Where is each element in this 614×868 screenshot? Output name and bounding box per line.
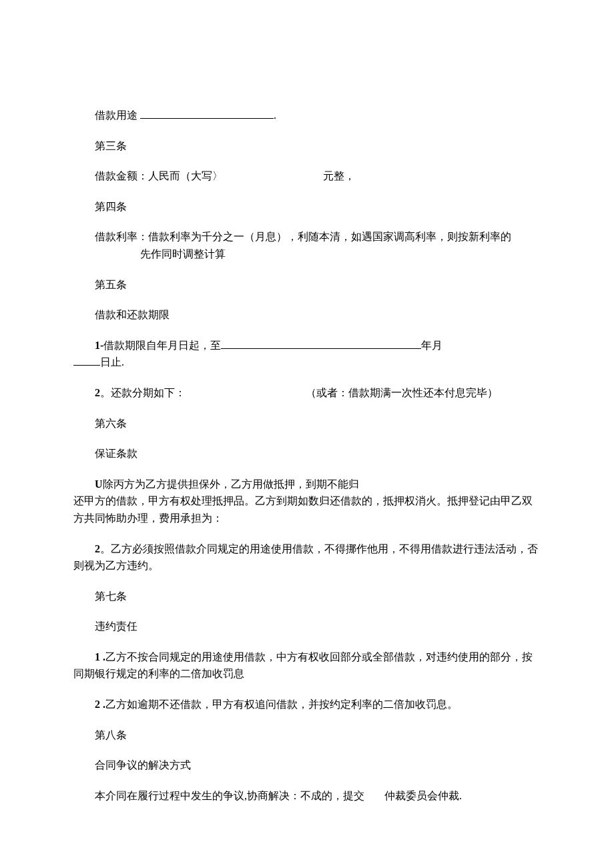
breach-1-marker: 1 . [95, 651, 105, 663]
repay-part2: 。还款分期如下： [100, 387, 186, 398]
blank-day [73, 355, 100, 366]
article-8-text: 第八条 [95, 729, 127, 741]
repay-installment-line: 2。还款分期如下：（或者：借款期满一次性还本付息完毕） [73, 384, 541, 402]
breach-liability-label: 违约责任 [73, 618, 541, 635]
interest-rate-line2: 先作同时调整计算 [140, 248, 226, 260]
breach-2-text: 乙方如逾期不还借款，甲方有权追问借款，并按约定利率的二倍加收罚息。 [105, 699, 458, 710]
article-7-heading: 第七条 [73, 588, 541, 605]
loan-repay-term-label: 借款和还款期限 [73, 306, 541, 324]
article-4-text: 第四条 [95, 201, 127, 212]
article-4-heading: 第四条 [73, 198, 541, 215]
breach-1-text: 乙方不按合同规定的用途使用借款，中方有权收回部分或全部借款，对违约使用的部分，按… [73, 651, 533, 680]
loan-amount-part2: 元整， [323, 170, 355, 181]
breach-item-1: 1 .乙方不按合同规定的用途使用借款，中方有权收回部分或全部借款，对违约使用的部… [73, 648, 541, 683]
repay-part3: （或者：借款期满一次性还本付息完毕） [306, 387, 498, 398]
usage-restriction-text: 。乙方必须按照借款介同规定的用途使用借款，不得挪作他用，不得用借款进行违法活动，… [73, 543, 538, 572]
blank-date [221, 338, 421, 349]
article-8-heading: 第八条 [73, 727, 541, 744]
guarantee-clause-text: 保证条款 [95, 448, 137, 459]
article-6-text: 第六条 [95, 418, 127, 429]
guarantee-part2: 除丙方为乙方提供担保外，乙方用做抵押，到期不能归 [103, 478, 359, 490]
usage-restriction-para: 2。乙方必须按照借款介同规定的用途使用借款，不得挪作他用，不得用借款进行违法活动… [73, 540, 541, 574]
article-5-text: 第五条 [95, 279, 127, 290]
loan-term-part3: 年月 [421, 340, 442, 351]
guarantee-detail-para: U除丙方为乙方提供担保外，乙方用做抵押，到期不能归还甲方的借款，甲方有权处理抵押… [73, 476, 541, 527]
article-3-text: 第三条 [95, 140, 127, 151]
loan-term-part2: 借款期限自年月日起，至 [103, 340, 221, 351]
dispute-part2: 仲裁委员会仲裁. [384, 790, 462, 801]
loan-amount-part1: 借款金额：人民而（大写〉 [95, 170, 223, 181]
loan-purpose-label: 借款用途 [95, 109, 137, 121]
interest-rate-line1: 借款利率：借款利率为千分之一（月息），利随本清，如遇国家调高利率，则按新利率的 [73, 228, 511, 246]
dispute-resolution-label: 合同争议的解决方式 [73, 757, 541, 774]
u-marker: U [95, 478, 103, 490]
loan-amount-line: 借款金额：人民而（大写〉元整， [73, 167, 541, 185]
dispute-resolution-detail: 本介同在履行过程中发生的争议,协商解决：不成的，提交仲裁委员会仲裁. [73, 787, 541, 805]
breach-liability-text: 违约责任 [95, 620, 137, 632]
loan-term-line: 1-借款期限自年月日起，至年月日止. [73, 337, 541, 371]
breach-item-2: 2 .乙方如逾期不还借款，甲方有权追问借款，并按约定利率的二倍加收罚息。 [73, 696, 541, 713]
dispute-resolution-text: 合同争议的解决方式 [95, 759, 191, 771]
breach-2-marker: 2 . [95, 699, 105, 710]
loan-purpose-line: 借款用途 . [73, 107, 541, 124]
article-3-heading: 第三条 [73, 137, 541, 155]
article-7-text: 第七条 [95, 590, 127, 602]
guarantee-clause-label: 保证条款 [73, 445, 541, 462]
period: . [274, 109, 276, 121]
item-2-marker: 2 [95, 387, 100, 398]
guarantee-line2: 还甲方的借款，甲方有权处理抵押品。乙方到期如数归还借款的，抵押权消火。抵押登记由… [73, 495, 533, 524]
interest-rate-para: 借款利率：借款利率为千分之一（月息），利随本清，如遇国家调高利率，则按新利率的先… [73, 228, 541, 262]
article-6-heading: 第六条 [73, 415, 541, 432]
dispute-part1: 本介同在履行过程中发生的争议,协商解决：不成的，提交 [95, 790, 364, 801]
item-2b-marker: 2 [95, 543, 100, 554]
article-5-heading: 第五条 [73, 276, 541, 294]
loan-repay-term-text: 借款和还款期限 [95, 309, 170, 320]
loan-term-part4: 日止. [100, 356, 124, 368]
blank-purpose [140, 108, 274, 119]
item-1-marker: 1- [95, 340, 103, 351]
